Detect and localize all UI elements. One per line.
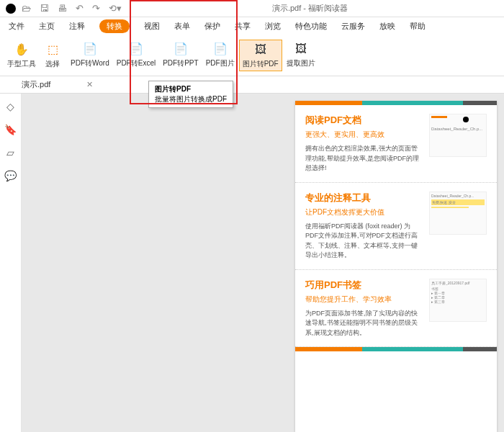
titlebar: 🗁 🖫 🖶 ↶ ↷ ⟲▾ 演示.pdf - 福昕阅读器 bbox=[0, 0, 504, 17]
section-body: 使用福昕PDF阅读器 (foxit reader) 为PDF文件添加注释,可对P… bbox=[305, 222, 423, 261]
menu-browse[interactable]: 浏览 bbox=[265, 21, 281, 32]
tab-close-icon[interactable]: ✕ bbox=[86, 80, 93, 89]
section-annotate: 专业的注释工具 让PDF文档发挥更大价值 使用福昕PDF阅读器 (foxit r… bbox=[295, 183, 497, 270]
comment-icon[interactable]: 💬 bbox=[4, 170, 17, 181]
menu-help[interactable]: 帮助 bbox=[410, 21, 426, 32]
tag-icon[interactable]: ◇ bbox=[6, 101, 14, 112]
pages-icon[interactable]: ▱ bbox=[6, 147, 14, 158]
print-icon[interactable]: 🖶 bbox=[58, 3, 67, 14]
extract-image-icon: 🖼 bbox=[293, 41, 309, 57]
tool-select[interactable]: ⬚ 选择 bbox=[40, 40, 65, 71]
section-bookmark: 巧用PDF书签 帮助您提升工作、学习效率 为PDF页面添加书签,除了实现内容的快… bbox=[295, 270, 497, 348]
tool-pdf-to-excel[interactable]: 📄 PDF转Excel bbox=[114, 40, 158, 71]
menu-convert[interactable]: 转换 bbox=[99, 19, 130, 33]
hand-icon: ✋ bbox=[14, 42, 30, 58]
tool-pdf-to-ppt[interactable]: 📄 PDF转PPT bbox=[160, 40, 201, 71]
app-icon bbox=[6, 4, 16, 14]
menu-protect[interactable]: 保护 bbox=[204, 21, 220, 32]
ribbon-toolbar: ✋ 手型工具 ⬚ 选择 📄 PDF转Word 📄 PDF转Excel 📄 PDF… bbox=[0, 35, 504, 76]
section-title: 巧用PDF书签 bbox=[305, 279, 423, 292]
section-thumbnail: Datasheet_Reader_Ch.p... 免费,快速,安全 bbox=[429, 192, 487, 235]
tool-hand[interactable]: ✋ 手型工具 bbox=[4, 40, 39, 71]
menu-share[interactable]: 共享 bbox=[235, 21, 251, 32]
document-viewport[interactable]: 阅读PDF文档 更强大、更实用、更高效 拥有出色的文档渲染效果,强大的页面管理功… bbox=[22, 94, 504, 432]
menu-features[interactable]: 特色功能 bbox=[295, 21, 327, 32]
quick-access-toolbar: 🗁 🖫 🖶 ↶ ↷ ⟲▾ bbox=[22, 3, 122, 14]
document-tabbar: 演示.pdf ✕ bbox=[0, 76, 504, 94]
tool-image-to-pdf[interactable]: 🖼 图片转PDF bbox=[239, 40, 282, 71]
window-title: 演示.pdf - 福昕阅读器 bbox=[122, 3, 498, 14]
menu-file[interactable]: 文件 bbox=[9, 21, 24, 32]
menu-cloud[interactable]: 云服务 bbox=[341, 21, 365, 32]
section-thumbnail: 员工手册_20120917.pdf 书签▸ 第一章▸ 第二章▸ 第三章 bbox=[429, 279, 487, 322]
section-thumbnail: Datasheet_Reader_Ch.p... bbox=[429, 114, 487, 157]
menu-view[interactable]: 视图 bbox=[144, 21, 160, 32]
section-title: 专业的注释工具 bbox=[305, 192, 423, 204]
pdf-excel-icon: 📄 bbox=[128, 41, 144, 57]
save-icon[interactable]: 🖫 bbox=[40, 3, 49, 14]
reset-icon[interactable]: ⟲▾ bbox=[109, 3, 122, 14]
section-body: 拥有出色的文档渲染效果,强大的页面管理功能,帮助提升效率,是您阅读PDF的理想选… bbox=[305, 144, 423, 174]
tooltip-desc: 批量将图片转换成PDF bbox=[155, 94, 227, 104]
section-subtitle: 更强大、更实用、更高效 bbox=[305, 130, 423, 140]
tooltip-title: 图片转PDF bbox=[155, 84, 227, 94]
pdf-ppt-icon: 📄 bbox=[173, 41, 189, 57]
section-body: 为PDF页面添加书签,除了实现内容的快速导航,书签还能指明不同书签的层级关系,展… bbox=[305, 309, 423, 338]
image-pdf-icon: 🖼 bbox=[253, 42, 269, 58]
tool-extract-image[interactable]: 🖼 提取图片 bbox=[284, 40, 318, 71]
pdf-image-icon: 📄 bbox=[212, 41, 228, 57]
menu-slideshow[interactable]: 放映 bbox=[379, 21, 395, 32]
document-tab[interactable]: 演示.pdf ✕ bbox=[22, 79, 93, 90]
tooltip: 图片转PDF 批量将图片转换成PDF bbox=[148, 81, 233, 108]
open-icon[interactable]: 🗁 bbox=[22, 3, 31, 14]
pdf-word-icon: 📄 bbox=[82, 41, 98, 57]
page-header-stripe bbox=[295, 101, 497, 105]
workspace: ◇ 🔖 ▱ 💬 阅读PDF文档 更强大、更实用、更高效 拥有出色的文档渲染效果,… bbox=[0, 94, 504, 432]
undo-icon[interactable]: ↶ bbox=[76, 3, 84, 14]
tool-pdf-to-word[interactable]: 📄 PDF转Word bbox=[68, 40, 112, 71]
menu-home[interactable]: 主页 bbox=[39, 21, 55, 32]
menu-form[interactable]: 表单 bbox=[174, 21, 190, 32]
section-subtitle: 让PDF文档发挥更大价值 bbox=[305, 207, 423, 217]
pdf-page: 阅读PDF文档 更强大、更实用、更高效 拥有出色的文档渲染效果,强大的页面管理功… bbox=[295, 101, 497, 432]
tab-label: 演示.pdf bbox=[22, 79, 50, 90]
redo-icon[interactable]: ↷ bbox=[92, 3, 100, 14]
tool-pdf-image[interactable]: 📄 PDF图片 bbox=[203, 40, 238, 71]
side-panel: ◇ 🔖 ▱ 💬 bbox=[0, 94, 22, 432]
menu-comment[interactable]: 注释 bbox=[69, 21, 85, 32]
section-title: 阅读PDF文档 bbox=[305, 114, 423, 127]
select-icon: ⬚ bbox=[45, 42, 60, 58]
menubar: 文件 主页 注释 转换 视图 表单 保护 共享 浏览 特色功能 云服务 放映 帮… bbox=[0, 17, 504, 35]
section-read: 阅读PDF文档 更强大、更实用、更高效 拥有出色的文档渲染效果,强大的页面管理功… bbox=[295, 105, 497, 183]
section-subtitle: 帮助您提升工作、学习效率 bbox=[305, 294, 423, 305]
page-footer-stripe bbox=[295, 347, 497, 351]
bookmark-icon[interactable]: 🔖 bbox=[4, 124, 17, 135]
